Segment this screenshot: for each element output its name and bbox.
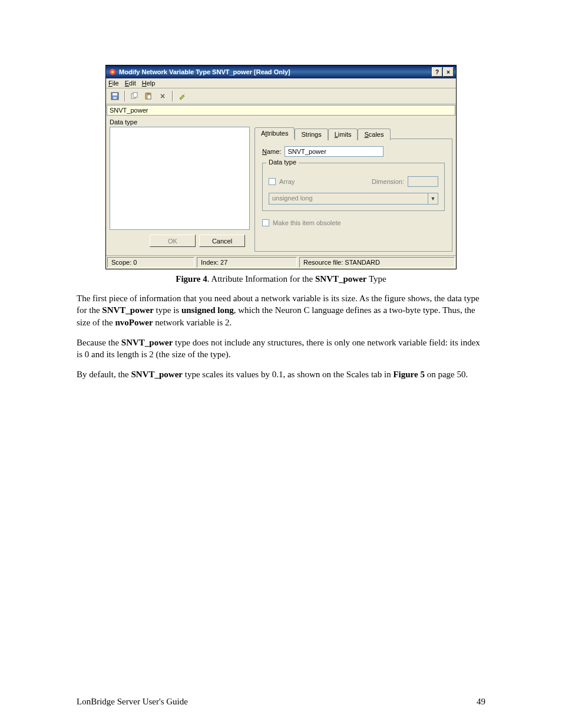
type-combobox-text: unsigned long <box>269 193 428 204</box>
type-combobox[interactable]: unsigned long ▼ <box>269 193 438 205</box>
obsolete-label: Make this item obsolete <box>273 219 341 226</box>
dialog-window: Modify Network Variable Type SNVT_power … <box>105 65 457 269</box>
figure-caption: Figure 4. Attribute Information for the … <box>77 274 485 284</box>
title-bar: Modify Network Variable Type SNVT_power … <box>106 65 456 78</box>
menu-file[interactable]: File <box>108 80 119 87</box>
status-index: Index: 27 <box>197 257 297 268</box>
array-checkbox[interactable] <box>269 178 276 185</box>
paragraph-3: By default, the SNVT_power type scales i… <box>77 368 485 380</box>
menu-bar: File Edit Help <box>106 78 456 88</box>
wizard-icon[interactable] <box>176 90 189 102</box>
tab-attributes[interactable]: Attributes <box>254 127 295 139</box>
attributes-panel: Name: Data type Array Dimension: <box>254 139 452 252</box>
status-scope: Scope: 0 <box>107 257 194 268</box>
name-input[interactable] <box>285 146 384 157</box>
cancel-button[interactable]: Cancel <box>199 235 245 247</box>
obsolete-checkbox[interactable] <box>262 219 269 226</box>
copy-icon[interactable] <box>128 90 141 102</box>
array-label: Array <box>279 178 295 185</box>
data-type-tree[interactable] <box>110 127 250 230</box>
document-page: Modify Network Variable Type SNVT_power … <box>0 0 562 728</box>
dimension-label: Dimension: <box>372 178 404 185</box>
left-pane: Data type OK Cancel <box>106 116 253 255</box>
svg-rect-3 <box>113 93 117 95</box>
data-type-legend: Data type <box>266 159 299 166</box>
app-icon <box>108 68 117 76</box>
svg-point-1 <box>111 71 114 73</box>
paragraph-2: Because the SNVT_power type does not inc… <box>77 337 485 361</box>
paste-icon[interactable] <box>142 90 155 102</box>
dimension-input <box>408 176 438 187</box>
tab-strip: Attributes Strings Limits Scales <box>254 127 452 139</box>
button-row: OK Cancel <box>110 230 250 252</box>
chevron-down-icon[interactable]: ▼ <box>428 193 438 204</box>
toolbar: × <box>106 88 456 104</box>
name-label: Name: <box>262 148 281 155</box>
toolbar-separator <box>172 91 173 101</box>
page-number: 49 <box>477 697 485 707</box>
status-resource: Resource file: STANDARD <box>299 257 455 268</box>
save-icon[interactable] <box>108 90 121 102</box>
svg-rect-8 <box>147 93 150 94</box>
svg-rect-9 <box>147 95 151 99</box>
menu-edit[interactable]: Edit <box>125 80 136 87</box>
ok-button[interactable]: OK <box>150 235 196 247</box>
delete-icon[interactable]: × <box>156 90 169 102</box>
data-type-label: Data type <box>110 118 250 126</box>
page-footer: LonBridge Server User's Guide 49 <box>77 697 485 707</box>
svg-point-10 <box>184 93 185 94</box>
close-button[interactable]: × <box>443 67 454 77</box>
tab-scales[interactable]: Scales <box>358 129 390 140</box>
window-title: Modify Network Variable Type SNVT_power … <box>119 68 290 75</box>
paragraph-1: The first piece of information that you … <box>77 292 485 328</box>
footer-title: LonBridge Server User's Guide <box>77 697 188 707</box>
menu-help[interactable]: Help <box>142 80 156 87</box>
dialog-body: Data type OK Cancel Attributes Strings L… <box>106 116 456 255</box>
tab-strings[interactable]: Strings <box>295 129 328 140</box>
tab-limits[interactable]: Limits <box>328 129 358 140</box>
right-pane: Attributes Strings Limits Scales Name: D… <box>253 116 456 255</box>
svg-rect-6 <box>133 93 137 97</box>
type-name-field[interactable]: SNVT_power <box>107 105 455 116</box>
svg-rect-4 <box>113 97 117 99</box>
status-bar: Scope: 0 Index: 27 Resource file: STANDA… <box>106 255 456 269</box>
data-type-group: Data type Array Dimension: unsigned long… <box>262 163 445 211</box>
help-button[interactable]: ? <box>432 67 442 77</box>
toolbar-separator <box>124 91 125 101</box>
